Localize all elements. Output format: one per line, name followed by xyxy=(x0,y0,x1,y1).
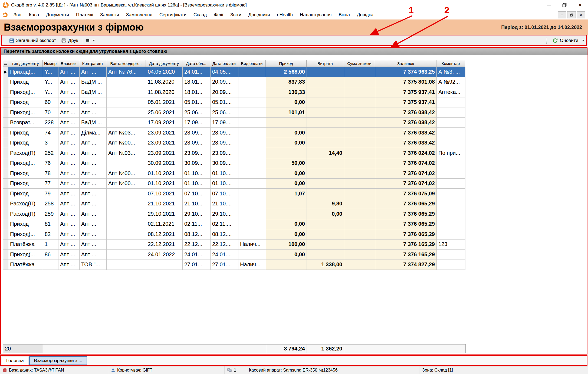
grid-cell[interactable]: Апт ... xyxy=(58,128,80,138)
row-indicator[interactable] xyxy=(3,240,8,250)
grid-cell[interactable] xyxy=(238,107,266,118)
grid-cell[interactable]: Апт ... xyxy=(58,138,80,148)
row-indicator[interactable] xyxy=(3,219,8,229)
grid-cell[interactable] xyxy=(344,189,375,199)
grid-cell[interactable]: Апт ... xyxy=(58,158,80,169)
table-row[interactable]: Приход60Апт ...Апт ...05.01.202105.01...… xyxy=(3,97,465,108)
grid-cell[interactable] xyxy=(307,128,344,138)
grid-cell[interactable]: 7 376 065,29 xyxy=(375,219,437,229)
grid-cell[interactable]: 259 xyxy=(43,209,58,219)
grid-cell[interactable]: 08.12... xyxy=(183,229,211,240)
table-row[interactable]: ПриходY...Апт ...БаДМ ...11.08.202018.01… xyxy=(3,77,465,87)
grid-cell[interactable]: 23.09.2021 xyxy=(146,128,183,138)
row-indicator[interactable] xyxy=(3,168,8,179)
grid-cell[interactable] xyxy=(344,97,375,108)
table-row[interactable]: Приход79Апт ...Апт ...07.10.202107.10...… xyxy=(3,189,465,199)
grid-cell[interactable]: 01.10.... xyxy=(211,179,238,189)
grid-cell[interactable] xyxy=(344,67,375,77)
grid-cell[interactable] xyxy=(437,219,465,229)
grid-cell[interactable]: 01.10... xyxy=(183,168,211,179)
grid-cell[interactable]: 136,33 xyxy=(266,87,307,97)
grid-cell[interactable]: 7 376 065,29 xyxy=(375,199,437,209)
grid-cell[interactable]: 7 376 038,42 xyxy=(375,138,437,148)
column-header[interactable]: тип документу xyxy=(8,60,43,67)
grid-cell[interactable]: Апт ... xyxy=(58,229,80,240)
grid-cell[interactable]: 21.10... xyxy=(183,199,211,209)
grid-cell[interactable] xyxy=(307,138,344,148)
menu-item[interactable]: Платежі xyxy=(73,10,97,19)
grid-cell[interactable]: 05.01... xyxy=(183,97,211,108)
grid-cell[interactable]: Апт ... xyxy=(58,118,80,128)
table-row[interactable]: ▶Приход(...Y...Апт ...Апт ...Апт № 76...… xyxy=(3,67,465,77)
grid-cell[interactable]: 50,00 xyxy=(266,158,307,169)
grid-cell[interactable]: Возврат... xyxy=(8,118,43,128)
row-indicator[interactable] xyxy=(3,87,8,97)
grid-cell[interactable] xyxy=(344,250,375,260)
restore-button[interactable] xyxy=(557,0,572,10)
grid-cell[interactable]: Приход xyxy=(8,189,43,199)
grid-cell[interactable]: 17.09.... xyxy=(211,118,238,128)
grid-cell[interactable] xyxy=(238,250,266,260)
grid-cell[interactable]: Платёжка xyxy=(8,240,43,250)
grid-cell[interactable]: 7 376 074,02 xyxy=(375,168,437,179)
menu-item[interactable]: Налаштування xyxy=(296,10,335,19)
grid-cell[interactable] xyxy=(437,168,465,179)
grid-cell[interactable] xyxy=(146,260,183,270)
row-indicator[interactable] xyxy=(3,138,8,148)
grid-cell[interactable] xyxy=(307,158,344,169)
grid-cell[interactable]: 07.10.2021 xyxy=(146,189,183,199)
grid-cell[interactable]: Апт ... xyxy=(58,179,80,189)
grid-cell[interactable] xyxy=(344,158,375,169)
grid-cell[interactable] xyxy=(238,179,266,189)
grid-cell[interactable]: 258 xyxy=(43,199,58,209)
grid-cell[interactable]: Апт ... xyxy=(58,148,80,158)
row-indicator[interactable] xyxy=(3,148,8,158)
grid-cell[interactable]: БаДМ ... xyxy=(80,87,107,97)
grid-cell[interactable] xyxy=(238,67,266,77)
tab-vzayemorozrahunky[interactable]: Взаєморозрахунки з ... xyxy=(29,356,87,365)
menu-item[interactable]: Замовлення xyxy=(123,10,156,19)
table-row[interactable]: Платёжка1Апт ...Апт ...22.12.202122.12..… xyxy=(3,240,465,250)
grid-cell[interactable]: 81 xyxy=(43,219,58,229)
grid-cell[interactable]: 79 xyxy=(43,189,58,199)
menu-item[interactable]: Довідники xyxy=(245,10,274,19)
grid-cell[interactable]: 29.10... xyxy=(183,209,211,219)
refresh-button[interactable]: Оновити xyxy=(550,37,581,45)
grid-cell[interactable] xyxy=(238,209,266,219)
grid-cell[interactable]: 25.06... xyxy=(183,107,211,118)
grid-cell[interactable] xyxy=(437,260,465,270)
grid-cell[interactable]: 23.09... xyxy=(183,128,211,138)
grid-cell[interactable] xyxy=(307,250,344,260)
grid-cell[interactable]: Приход xyxy=(8,168,43,179)
grid-cell[interactable]: 29.10.... xyxy=(211,209,238,219)
table-row[interactable]: Приход(...76Апт ...Апт ...30.09.202130.0… xyxy=(3,158,465,169)
grid-cell[interactable] xyxy=(344,77,375,87)
grid-cell[interactable]: Приход(... xyxy=(8,158,43,169)
menu-item[interactable]: Каса xyxy=(25,10,42,19)
chevron-down-icon[interactable] xyxy=(582,40,585,41)
grid-cell[interactable] xyxy=(344,168,375,179)
grid-cell[interactable]: 123 xyxy=(437,240,465,250)
grid-cell[interactable]: 0,00 xyxy=(266,138,307,148)
grid-cell[interactable] xyxy=(307,168,344,179)
table-row[interactable]: Возврат...228Апт ...БаДМ ...17.09.202117… xyxy=(3,118,465,128)
row-indicator[interactable] xyxy=(3,118,8,128)
grid-cell[interactable]: 25.06.2021 xyxy=(146,107,183,118)
grid-cell[interactable]: А №3, ... xyxy=(437,67,465,77)
grid-cell[interactable]: Апт ... xyxy=(58,168,80,179)
grid-cell[interactable]: 0,00 xyxy=(307,209,344,219)
grid-cell[interactable]: 01.10.... xyxy=(211,168,238,179)
column-header[interactable]: Номер xyxy=(43,60,58,67)
grid-cell[interactable] xyxy=(437,138,465,148)
row-indicator[interactable] xyxy=(3,250,8,260)
grid-cell[interactable]: 7 374 827,29 xyxy=(375,260,437,270)
grid-cell[interactable] xyxy=(107,260,146,270)
grid-cell[interactable] xyxy=(344,219,375,229)
grid-cell[interactable]: 77 xyxy=(43,179,58,189)
menu-item[interactable]: Філії xyxy=(210,10,227,19)
grid-cell[interactable] xyxy=(307,97,344,108)
grid-cell[interactable]: Апт ... xyxy=(80,138,107,148)
grid-cell[interactable] xyxy=(266,260,307,270)
table-row[interactable]: Приход81Апт ...Апт ...02.11.202102.11...… xyxy=(3,219,465,229)
table-row[interactable]: Приход77Апт ...Апт ...Апт №00...01.10.20… xyxy=(3,179,465,189)
